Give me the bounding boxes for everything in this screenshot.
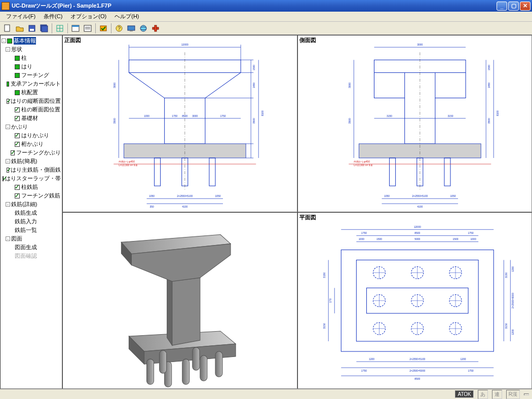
svg-text:1050: 1050 xyxy=(450,194,455,197)
view-title-side: 側面図 xyxy=(299,36,316,44)
svg-text:1200: 1200 xyxy=(511,266,514,271)
tree-item[interactable]: はりの縦断面図位置 xyxy=(2,97,61,105)
svg-rect-20 xyxy=(155,25,157,31)
svg-text:3000: 3000 xyxy=(113,83,116,88)
help-icon[interactable]: ? xyxy=(113,23,125,34)
svg-rect-105 xyxy=(193,347,200,370)
svg-text:3500: 3500 xyxy=(252,118,255,124)
tree-pane[interactable]: -基本情報 -形状 柱 はり フーチング 支承アンカーボルト 杭配置 はりの縦断… xyxy=(0,35,62,389)
svg-text:12000: 12000 xyxy=(413,225,421,228)
svg-text:L=13,000 n= 9本: L=13,000 n= 9本 xyxy=(119,164,137,167)
close-button[interactable]: ✕ xyxy=(520,2,530,11)
svg-text:5000: 5000 xyxy=(414,237,420,241)
menu-file[interactable]: ファイル(F) xyxy=(2,12,40,21)
menu-help[interactable]: ヘルプ(H) xyxy=(110,12,143,21)
save-as-icon[interactable] xyxy=(39,23,50,34)
tree-item[interactable]: 鉄筋生成 xyxy=(2,209,61,217)
tree-group-tekkin-det[interactable]: -鉄筋(詳細) xyxy=(2,200,61,209)
menu-conditions[interactable]: 条件(C) xyxy=(40,12,66,21)
maximize-button[interactable]: ▢ xyxy=(508,2,519,11)
tree-item[interactable]: 柱の断面図位置 xyxy=(2,105,61,114)
status-cell: R漢 xyxy=(506,390,520,399)
svg-text:1500: 1500 xyxy=(452,237,458,241)
panel-icon[interactable] xyxy=(70,23,81,34)
tree-item[interactable]: はりかぶり xyxy=(2,131,61,140)
svg-text:3500: 3500 xyxy=(348,118,351,124)
tree-item[interactable]: 図面生成 xyxy=(2,243,61,252)
tree-item[interactable]: はり xyxy=(2,62,61,71)
tree-group-tekkin-easy[interactable]: -鉄筋(簡易) xyxy=(2,157,61,166)
tree-item[interactable]: 鉄筋入力 xyxy=(2,217,61,226)
svg-text:2×2550=5100: 2×2550=5100 xyxy=(409,357,425,361)
svg-text:1200: 1200 xyxy=(460,357,466,361)
svg-text:1500: 1500 xyxy=(487,65,490,70)
svg-text:3000: 3000 xyxy=(348,83,351,88)
svg-rect-63 xyxy=(389,158,395,186)
svg-text:3000: 3000 xyxy=(192,114,198,117)
svg-text:4100: 4100 xyxy=(417,205,423,208)
svg-text:1050: 1050 xyxy=(384,194,390,197)
tree-item[interactable]: フーチングかぶり xyxy=(2,148,61,157)
view-plan[interactable]: 平面図 xyxy=(297,212,533,389)
svg-text:1050: 1050 xyxy=(149,194,155,197)
svg-rect-23 xyxy=(155,158,161,186)
tree-group-shape[interactable]: -形状 xyxy=(2,45,61,54)
list-icon[interactable] xyxy=(82,23,93,34)
tree-group-cover[interactable]: -かぶり xyxy=(2,123,61,131)
svg-text:170: 170 xyxy=(329,298,332,303)
svg-rect-101 xyxy=(182,359,189,384)
new-file-icon[interactable] xyxy=(2,23,13,34)
tool-icon[interactable] xyxy=(150,23,161,34)
save-icon[interactable] xyxy=(26,23,37,34)
svg-text:1200: 1200 xyxy=(368,357,374,361)
grid-icon[interactable] xyxy=(54,23,65,34)
tree-item[interactable]: 柱 xyxy=(2,54,61,62)
svg-text:8100: 8100 xyxy=(261,110,264,116)
tree-item[interactable]: 桁かぶり xyxy=(2,140,61,148)
svg-text:3150: 3150 xyxy=(387,114,392,117)
tree-item[interactable]: 支承アンカーボルト xyxy=(2,79,61,88)
status-cell xyxy=(524,393,529,395)
svg-marker-94 xyxy=(172,277,200,345)
svg-text:1000: 1000 xyxy=(358,237,364,241)
status-bar: ATOK あ 連 R漢 xyxy=(0,389,532,399)
svg-text:3150: 3150 xyxy=(447,114,453,117)
svg-rect-0 xyxy=(5,25,10,31)
svg-text:2×2550=5100: 2×2550=5100 xyxy=(177,194,193,197)
tree-group-zumen[interactable]: -図面 xyxy=(2,234,61,243)
svg-rect-13 xyxy=(100,26,106,31)
tree-item[interactable]: フーチング鉄筋 xyxy=(2,191,61,200)
toolbar: ? xyxy=(0,22,532,35)
svg-text:3500: 3500 xyxy=(113,118,116,124)
view-3d[interactable] xyxy=(62,212,297,389)
display-icon[interactable] xyxy=(126,23,137,34)
svg-text:1750: 1750 xyxy=(361,369,366,372)
tree-item[interactable]: 柱鉄筋 xyxy=(2,183,61,191)
menu-options[interactable]: オプション(O) xyxy=(66,12,110,21)
tree-item[interactable]: フーチング xyxy=(2,71,61,79)
tree-item[interactable]: 杭配置 xyxy=(2,88,61,97)
svg-text:3500: 3500 xyxy=(487,118,490,124)
view-side[interactable]: 側面図 3000 8100 1500 1450 3500 3000 3500 xyxy=(297,35,533,212)
tree-item[interactable]: 鉄筋一覧 xyxy=(2,226,61,234)
tree-item[interactable]: はり主鉄筋・側面鉄 xyxy=(2,166,61,174)
svg-rect-17 xyxy=(130,30,133,31)
open-file-icon[interactable] xyxy=(14,23,25,34)
svg-text:1750: 1750 xyxy=(468,231,473,234)
tree-item-disabled: 図面確認 xyxy=(2,252,61,260)
minimize-button[interactable]: _ xyxy=(497,2,507,11)
tree-item[interactable]: 基礎材 xyxy=(2,114,61,123)
globe-icon[interactable] xyxy=(138,23,149,34)
title-bar: UC-Drawツールズ(Pier) - Sample1.F7P _ ▢ ✕ xyxy=(0,0,532,12)
svg-marker-95 xyxy=(167,272,172,345)
svg-rect-4 xyxy=(42,26,48,32)
svg-text:1750: 1750 xyxy=(220,114,225,117)
svg-text:2×2500=5000: 2×2500=5000 xyxy=(511,293,514,308)
svg-text:1450: 1450 xyxy=(487,83,490,88)
tree-item[interactable]: はりスターラップ・帯 xyxy=(2,174,61,183)
settings-icon[interactable] xyxy=(98,23,109,34)
tree-root[interactable]: -基本情報 xyxy=(2,36,61,45)
svg-text:1000: 1000 xyxy=(470,237,476,241)
view-front[interactable]: 正面図 12000 8100 1500 1450 xyxy=(62,35,297,212)
svg-rect-16 xyxy=(128,26,135,30)
